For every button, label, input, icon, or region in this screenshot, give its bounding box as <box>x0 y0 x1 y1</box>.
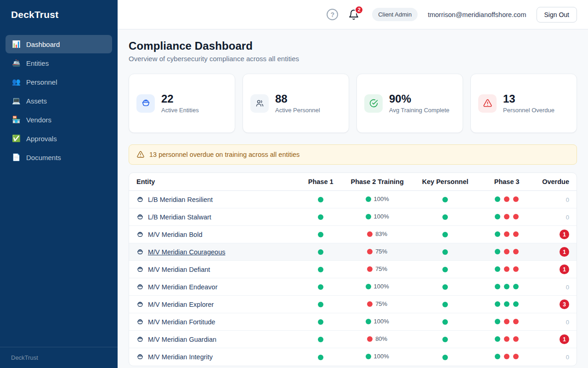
phase2-cell: 100% <box>343 278 412 296</box>
status-dot-red <box>513 214 519 219</box>
entity-name: L/B Meridian Resilient <box>148 196 213 203</box>
table-row: M/V Meridian Courageous75%1 <box>129 243 577 261</box>
status-dot-red <box>504 266 509 272</box>
dashboard-icon: 📊 <box>12 40 20 48</box>
phase1-cell <box>299 278 343 296</box>
phase1-cell <box>299 226 343 243</box>
status-dot-green <box>318 302 323 307</box>
status-dot-green <box>442 197 448 202</box>
check-circle-icon <box>364 94 383 113</box>
overdue-cell: 1 <box>535 243 577 261</box>
column-header-entity: Entity <box>129 173 299 191</box>
stat-card: 22Active Entities <box>129 74 235 133</box>
notification-count-badge: 2 <box>355 6 363 14</box>
phase2-percentage: 75% <box>375 265 387 272</box>
sidebar-item-documents[interactable]: 📄Documents <box>6 148 112 167</box>
table-row: L/B Meridian Resilient100%0 <box>129 191 577 208</box>
status-dot-red <box>504 214 509 219</box>
phase2-cell: 100% <box>343 348 412 366</box>
status-dot-red <box>367 301 373 307</box>
entity-name: M/V Meridian Bold <box>148 231 202 238</box>
status-dot-red <box>513 249 519 254</box>
notifications-bell-icon[interactable]: 2 <box>348 9 359 20</box>
stat-value: 90% <box>389 93 449 105</box>
entity-link[interactable]: M/V Meridian Fortitude <box>136 318 291 326</box>
status-dot-green <box>442 355 448 360</box>
sidebar-item-assets[interactable]: 💻Assets <box>6 92 112 110</box>
status-dot-red <box>367 231 373 237</box>
key-personnel-cell <box>412 243 479 261</box>
sidebar-item-dashboard[interactable]: 📊Dashboard <box>6 35 112 53</box>
phase2-percentage: 100% <box>374 353 389 360</box>
help-icon[interactable]: ? <box>327 9 338 20</box>
entity-link[interactable]: L/B Meridian Stalwart <box>136 213 291 221</box>
overdue-cell: 3 <box>535 296 577 313</box>
ship-icon <box>136 94 155 113</box>
phase2-percentage: 75% <box>375 248 387 255</box>
entity-link[interactable]: M/V Meridian Explorer <box>136 301 291 308</box>
phase2-percentage: 100% <box>374 196 389 202</box>
phase3-cell <box>479 331 535 348</box>
assets-icon: 💻 <box>12 97 20 105</box>
status-dot-red <box>504 231 509 237</box>
entity-link[interactable]: M/V Meridian Guardian <box>136 336 291 343</box>
entity-link[interactable]: M/V Meridian Endeavor <box>136 283 291 291</box>
table-row: M/V Meridian Guardian80%1 <box>129 331 577 348</box>
status-dot-green <box>495 284 500 289</box>
stat-label: Personnel Overdue <box>503 107 554 114</box>
phase1-cell <box>299 348 343 366</box>
column-header-overdue: Overdue <box>535 173 577 191</box>
users-icon <box>250 94 269 113</box>
phase1-cell <box>299 191 343 208</box>
stat-value: 13 <box>503 93 554 105</box>
sidebar-item-vendors[interactable]: 🏪Vendors <box>6 110 112 129</box>
entity-link[interactable]: M/V Meridian Defiant <box>136 266 291 273</box>
status-dot-green <box>318 232 323 237</box>
overdue-cell: 0 <box>535 278 577 296</box>
overdue-cell: 1 <box>535 331 577 348</box>
stat-label: Avg Training Complete <box>389 107 449 114</box>
phase1-cell <box>299 313 343 331</box>
status-dot-green <box>504 284 509 289</box>
column-header-phase3: Phase 3 <box>479 173 535 191</box>
key-personnel-cell <box>412 296 479 313</box>
phase2-percentage: 75% <box>375 300 387 307</box>
status-dot-green <box>366 196 371 202</box>
column-header-keypersonnel: Key Personnel <box>412 173 479 191</box>
overdue-cell: 0 <box>535 191 577 208</box>
status-dot-red <box>513 354 519 359</box>
table-header-row: EntityPhase 1Phase 2 TrainingKey Personn… <box>129 173 577 191</box>
phase3-cell <box>479 296 535 313</box>
entity-link[interactable]: M/V Meridian Courageous <box>136 248 291 256</box>
key-personnel-cell <box>412 191 479 208</box>
status-dot-green <box>495 319 500 324</box>
status-dot-red <box>504 336 509 342</box>
alert-triangle-icon <box>478 94 497 113</box>
status-dot-green <box>366 284 371 289</box>
sidebar-item-approvals[interactable]: ✅Approvals <box>6 129 112 148</box>
table-row: M/V Meridian Bold83%1 <box>129 226 577 243</box>
approvals-icon: ✅ <box>12 134 20 143</box>
status-dot-green <box>318 214 323 220</box>
status-dot-green <box>495 196 500 202</box>
sign-out-button[interactable]: Sign Out <box>537 7 577 23</box>
page-subtitle: Overview of cybersecurity compliance acr… <box>129 55 577 63</box>
entity-link[interactable]: M/V Meridian Bold <box>136 231 291 238</box>
sidebar-footer-brand: DeckTrust <box>11 354 38 361</box>
sidebar-item-entities[interactable]: 🚢Entities <box>6 54 112 72</box>
status-dot-green <box>366 214 371 219</box>
sidebar-item-personnel[interactable]: 👥Personnel <box>6 73 112 91</box>
sidebar-item-label: Documents <box>26 154 61 161</box>
entity-link[interactable]: L/B Meridian Resilient <box>136 196 291 203</box>
status-dot-green <box>442 302 448 307</box>
status-dot-green <box>318 355 323 360</box>
status-dot-red <box>504 319 509 324</box>
phase2-cell: 80% <box>343 331 412 348</box>
phase2-cell: 75% <box>343 296 412 313</box>
entity-link[interactable]: M/V Meridian Integrity <box>136 353 291 361</box>
status-dot-green <box>495 231 500 237</box>
sidebar-footer: DeckTrust <box>0 347 118 368</box>
status-dot-green <box>513 301 519 307</box>
status-dot-green <box>442 267 448 272</box>
phase2-percentage: 83% <box>375 230 387 237</box>
